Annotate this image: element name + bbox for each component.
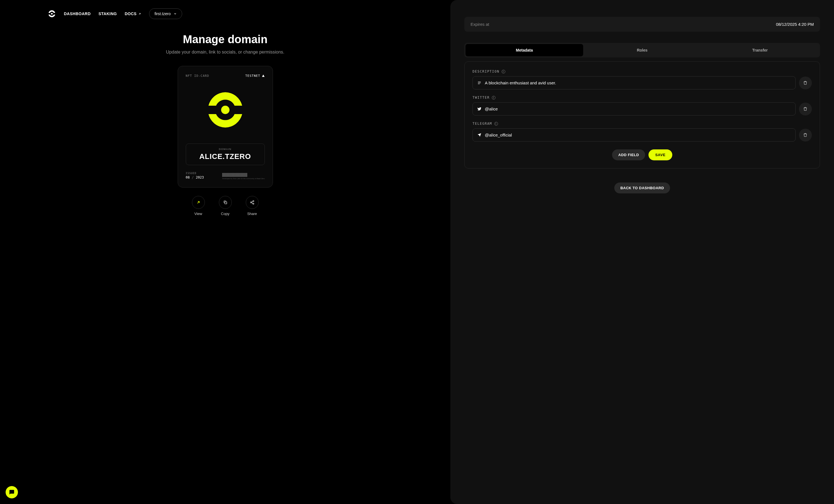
view-label: View <box>195 212 202 216</box>
expires-row: Expires at 08/12/2025 4:20 PM <box>464 17 820 32</box>
external-link-icon <box>138 12 141 16</box>
domain-selector[interactable]: first.tzero <box>149 8 182 19</box>
info-icon[interactable]: i <box>502 70 505 73</box>
tabs: Metadata Roles Transfer <box>464 43 820 58</box>
description-label: DESCRIPTION i <box>473 69 812 73</box>
save-button[interactable]: SAVE <box>649 149 672 160</box>
nav-dashboard[interactable]: DASHBOARD <box>64 12 91 16</box>
twitter-icon <box>477 107 481 111</box>
warning-icon <box>262 74 265 78</box>
share-icon <box>250 200 255 205</box>
tab-roles[interactable]: Roles <box>583 44 701 56</box>
back-to-dashboard-button[interactable]: BACK TO DASHBOARD <box>614 182 670 193</box>
telegram-icon <box>477 133 481 137</box>
top-nav: DASHBOARD STAKING DOCS first.tzero <box>0 8 451 19</box>
trash-icon <box>803 107 807 111</box>
card-logo-icon <box>186 89 265 131</box>
svg-point-0 <box>51 13 53 15</box>
metadata-form: DESCRIPTION i TWITTER i <box>464 61 820 169</box>
expires-value: 08/12/2025 4:20 PM <box>776 22 814 27</box>
domain-box: DOMAIN ALICE.TZERO <box>186 144 265 165</box>
twitter-input-wrap[interactable] <box>473 102 796 115</box>
share-label: Share <box>247 212 257 216</box>
chat-widget-button[interactable] <box>6 486 18 498</box>
issued-date: 08 / 2023 <box>186 175 204 179</box>
telegram-input[interactable] <box>485 133 791 137</box>
telegram-label: TELEGRAM i <box>473 122 812 126</box>
nav-staking[interactable]: STAKING <box>98 12 117 16</box>
svg-point-3 <box>253 200 254 201</box>
card-header-left: NFT ID-CARD <box>186 74 209 78</box>
page-title: Manage domain <box>0 33 451 46</box>
svg-point-4 <box>250 202 252 203</box>
chat-icon <box>9 489 15 495</box>
delete-description-button[interactable] <box>799 76 812 89</box>
nav-docs-label: DOCS <box>125 12 136 16</box>
copy-action[interactable]: Copy <box>219 196 232 216</box>
nav-docs[interactable]: DOCS <box>125 12 141 16</box>
card-header-right: TESTNET <box>245 74 265 78</box>
copy-icon <box>223 200 227 205</box>
description-input-wrap[interactable] <box>473 76 796 89</box>
trash-icon <box>803 133 807 137</box>
twitter-input[interactable] <box>485 107 791 111</box>
nft-id-card: NFT ID-CARD TESTNET DOMAIN ALICE.TZERO I… <box>178 66 273 188</box>
add-field-button[interactable]: ADD FIELD <box>612 149 645 160</box>
arrow-up-right-icon <box>196 200 201 205</box>
domain-name: ALICE.TZERO <box>190 152 261 161</box>
domain-label: DOMAIN <box>190 148 261 151</box>
description-input[interactable] <box>485 81 791 85</box>
trash-icon <box>803 81 807 85</box>
delete-telegram-button[interactable] <box>799 129 812 141</box>
chevron-down-icon <box>174 12 177 16</box>
telegram-input-wrap[interactable] <box>473 128 796 141</box>
copy-label: Copy <box>221 212 229 216</box>
twitter-label: TWITTER i <box>473 95 812 100</box>
page-subtitle: Update your domain, link to socials, or … <box>0 50 451 54</box>
share-action[interactable]: Share <box>246 196 259 216</box>
tab-transfer[interactable]: Transfer <box>701 44 819 56</box>
issued-label: ISSUED <box>186 172 204 175</box>
barcode-graphic <box>222 173 247 177</box>
svg-point-1 <box>221 106 229 114</box>
svg-rect-2 <box>225 202 227 204</box>
expires-label: Expires at <box>470 22 489 27</box>
info-icon[interactable]: i <box>492 96 496 100</box>
svg-point-5 <box>253 203 254 204</box>
fine-print: Developed by Scio Labs for the community… <box>222 178 265 179</box>
tab-metadata[interactable]: Metadata <box>465 44 583 56</box>
delete-twitter-button[interactable] <box>799 103 812 115</box>
app-logo-icon <box>48 9 56 18</box>
text-icon <box>477 81 481 85</box>
info-icon[interactable]: i <box>495 122 498 126</box>
view-action[interactable]: View <box>192 196 205 216</box>
domain-selector-label: first.tzero <box>154 12 171 16</box>
